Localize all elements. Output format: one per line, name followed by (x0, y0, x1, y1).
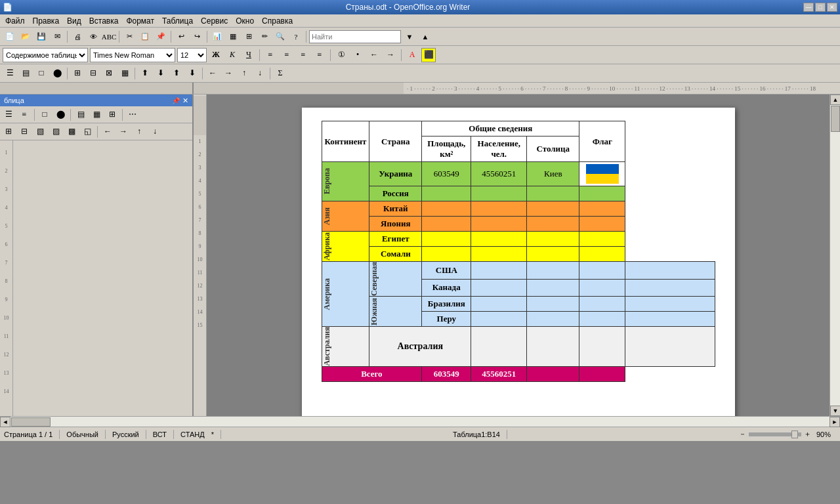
tbl-btn2[interactable]: ▤ (18, 66, 33, 81)
h-scroll-track[interactable] (10, 417, 830, 427)
align-right-button[interactable]: ≡ (296, 48, 310, 62)
align-justify-button[interactable]: ≡ (312, 48, 327, 62)
document-area[interactable]: Континент Страна Общие сведения Флаг Пло… (207, 94, 830, 416)
size-dropdown[interactable]: 12 (177, 48, 207, 62)
panel-list-btn[interactable]: ☰ (1, 108, 16, 122)
indent-button[interactable]: → (383, 48, 398, 62)
spellcheck-button[interactable]: ABC (102, 30, 116, 44)
menu-window[interactable]: Окно (232, 15, 258, 27)
copy-button[interactable]: 📋 (138, 30, 152, 44)
scroll-up-button[interactable]: ▲ (830, 94, 840, 105)
search-prev-button[interactable]: ▲ (418, 30, 432, 44)
table-button[interactable]: ▦ (226, 30, 240, 44)
zoom-out-btn[interactable]: － (739, 429, 746, 439)
open-button[interactable]: 📂 (18, 30, 33, 44)
align-center-button[interactable]: ≡ (280, 48, 294, 62)
align-left-button[interactable]: ≡ (263, 48, 278, 62)
panel-btn14[interactable]: ↑ (132, 125, 146, 139)
zoom-in-btn[interactable]: ＋ (804, 429, 811, 439)
tbl-btn1[interactable]: ☰ (3, 66, 17, 81)
tbl-btn16[interactable]: ↓ (253, 66, 267, 81)
chart-button[interactable]: 📊 (210, 30, 224, 44)
sum-button[interactable]: Σ (273, 66, 287, 81)
panel-list-btn2[interactable]: ≡ (17, 108, 32, 122)
show-changes-button[interactable]: ⊞ (242, 30, 256, 44)
email-button[interactable]: ✉ (50, 30, 64, 44)
minimize-button[interactable]: — (803, 3, 814, 12)
search-next-button[interactable]: ▼ (402, 30, 417, 44)
tbl-btn9[interactable]: ⬆ (138, 66, 152, 81)
tbl-btn13[interactable]: ← (205, 66, 220, 81)
underline-button[interactable]: Ч (242, 48, 256, 62)
preview-button[interactable]: 👁 (86, 30, 100, 44)
maximize-button[interactable]: □ (815, 3, 826, 12)
menu-help[interactable]: Справка (258, 15, 297, 27)
panel-btn12[interactable]: ← (100, 125, 115, 139)
zoom-thumb[interactable] (791, 430, 798, 438)
horizontal-scrollbar[interactable]: ◄ ► (0, 416, 840, 427)
close-button[interactable]: ✕ (827, 3, 837, 12)
panel-btn11[interactable]: ◱ (80, 125, 94, 139)
style-dropdown[interactable]: Содержимое таблицы (3, 48, 88, 62)
numbering-button[interactable]: ① (334, 48, 348, 62)
side-panel-pin[interactable]: 📌 (172, 97, 180, 104)
panel-btn9[interactable]: ▨ (49, 125, 63, 139)
scroll-down-button[interactable]: ▼ (830, 406, 840, 416)
panel-box-btn[interactable]: □ (37, 108, 52, 122)
highlight-button[interactable]: ⬛ (421, 48, 436, 62)
draw-button[interactable]: ✏ (257, 30, 272, 44)
menu-table[interactable]: Таблица (158, 15, 197, 27)
tbl-btn12[interactable]: ⬇ (185, 66, 200, 81)
cut-button[interactable]: ✂ (122, 30, 136, 44)
find-button[interactable]: 🔍 (273, 30, 287, 44)
outdent-button[interactable]: ← (367, 48, 381, 62)
panel-btn13[interactable]: → (116, 125, 131, 139)
new-button[interactable]: 📄 (3, 30, 17, 44)
redo-button[interactable]: ↪ (190, 30, 204, 44)
help-btn2[interactable]: ? (289, 30, 303, 44)
menu-insert[interactable]: Вставка (85, 15, 123, 27)
undo-button[interactable]: ↩ (174, 30, 188, 44)
tbl-btn15[interactable]: ↑ (237, 66, 251, 81)
panel-btn15[interactable]: ↓ (148, 125, 162, 139)
bold-button[interactable]: Ж (209, 48, 223, 62)
tbl-btn11[interactable]: ⬆ (169, 66, 184, 81)
tbl-btn3[interactable]: □ (34, 66, 49, 81)
menu-edit[interactable]: Правка (29, 15, 64, 27)
italic-button[interactable]: К (225, 48, 240, 62)
font-color-button[interactable]: A (405, 48, 419, 62)
vertical-scrollbar[interactable]: ▲ ▼ (830, 94, 840, 416)
side-panel-close[interactable]: ✕ (182, 96, 188, 105)
menu-file[interactable]: Файл (1, 15, 29, 27)
panel-btn8[interactable]: ▧ (33, 125, 47, 139)
tbl-btn8[interactable]: ▦ (117, 66, 132, 81)
menu-view[interactable]: Вид (63, 15, 85, 27)
tbl-btn5[interactable]: ⊞ (70, 66, 85, 81)
scroll-track[interactable] (830, 105, 840, 406)
panel-btn5[interactable]: ⊞ (105, 108, 119, 122)
tbl-btn6[interactable]: ⊟ (86, 66, 100, 81)
scroll-thumb[interactable] (831, 106, 840, 132)
print-button[interactable]: 🖨 (70, 30, 85, 44)
bullets-button[interactable]: • (350, 48, 365, 62)
h-scroll-left[interactable]: ◄ (0, 417, 10, 427)
zoom-slider[interactable] (749, 432, 801, 436)
panel-btn6[interactable]: ⊞ (1, 125, 16, 139)
tbl-btn10[interactable]: ⬇ (154, 66, 168, 81)
panel-btn4[interactable]: ▦ (89, 108, 104, 122)
tbl-btn4[interactable]: ⬤ (50, 66, 64, 81)
panel-btn7[interactable]: ⊟ (17, 125, 32, 139)
h-scroll-right[interactable]: ► (830, 417, 840, 427)
panel-btn10[interactable]: ▩ (64, 125, 79, 139)
save-button[interactable]: 💾 (34, 30, 49, 44)
panel-fill-btn[interactable]: ⬤ (53, 108, 68, 122)
panel-more[interactable]: ⋯ (125, 108, 140, 122)
font-dropdown[interactable]: Times New Roman (90, 48, 175, 62)
tbl-btn14[interactable]: → (221, 66, 236, 81)
h-scroll-thumb[interactable] (11, 417, 51, 427)
panel-btn3[interactable]: ▤ (74, 108, 88, 122)
menu-tools[interactable]: Сервис (197, 15, 232, 27)
paste-button[interactable]: 📌 (154, 30, 168, 44)
menu-format[interactable]: Формат (122, 15, 158, 27)
tbl-btn7[interactable]: ⊠ (102, 66, 116, 81)
